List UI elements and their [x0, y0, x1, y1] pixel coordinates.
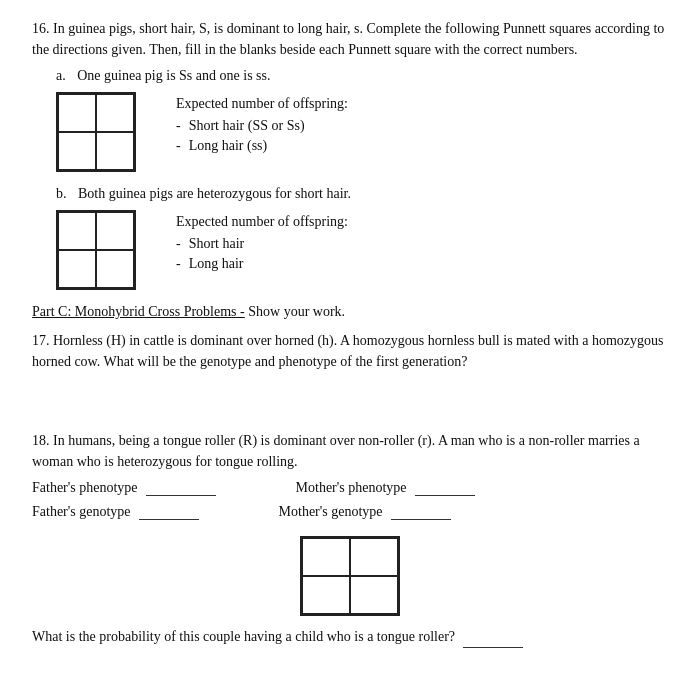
part-a-label: a.: [56, 68, 66, 83]
part-c-header: Part C: Monohybrid Cross Problems - Show…: [32, 304, 668, 320]
short-hair-label-b: Short hair: [189, 236, 245, 252]
fathers-genotype-label: Father's genotype: [32, 504, 131, 520]
q16-part-a: a. One guinea pig is Ss and one is ss. E…: [56, 68, 668, 172]
q17-text: 17. Hornless (H) in cattle is dominant o…: [32, 330, 668, 372]
probability-line: What is the probability of this couple h…: [32, 626, 668, 648]
q18-number: 18.: [32, 433, 50, 448]
cell-18-3: [302, 576, 350, 614]
dash-b1: -: [176, 236, 181, 252]
cell-a1: [58, 94, 96, 132]
long-hair-line-b: - Long hair: [176, 256, 348, 272]
part-a-text: One guinea pig is Ss and one is ss.: [77, 68, 270, 83]
mothers-genotype-label: Mother's genotype: [279, 504, 383, 520]
cell-b1: [58, 212, 96, 250]
long-hair-line-a: - Long hair (ss): [176, 138, 348, 154]
cell-a2: [96, 94, 134, 132]
part-c-underline: Part C: Monohybrid Cross Problems -: [32, 304, 245, 319]
q17-number: 17.: [32, 333, 50, 348]
cell-a4: [96, 132, 134, 170]
part-b-label: b.: [56, 186, 67, 201]
fathers-phenotype-label: Father's phenotype: [32, 480, 138, 496]
short-hair-line-b: - Short hair: [176, 236, 348, 252]
cell-b4: [96, 250, 134, 288]
punnett-row-b: Expected number of offspring: - Short ha…: [56, 210, 668, 290]
offspring-info-b: Expected number of offspring: - Short ha…: [176, 210, 348, 276]
probability-blank: [463, 647, 523, 648]
question-17: 17. Hornless (H) in cattle is dominant o…: [32, 330, 668, 416]
fathers-genotype-blank: [139, 519, 199, 520]
mothers-genotype-group: Mother's genotype: [279, 504, 451, 520]
punnett-square-b: [56, 210, 136, 290]
q17-body: Hornless (H) in cattle is dominant over …: [32, 333, 663, 369]
part-b-text: Both guinea pigs are heterozygous for sh…: [78, 186, 351, 201]
punnett-square-a: [56, 92, 136, 172]
cell-a3: [58, 132, 96, 170]
offspring-title-b: Expected number of offspring:: [176, 214, 348, 230]
offspring-info-a: Expected number of offspring: - Short ha…: [176, 92, 348, 158]
cell-18-4: [350, 576, 398, 614]
mothers-phenotype-blank: [415, 495, 475, 496]
punnett-center-18: [32, 536, 668, 616]
offspring-title-a: Expected number of offspring:: [176, 96, 348, 112]
cell-18-1: [302, 538, 350, 576]
q17-answer-space: [32, 380, 668, 416]
question-18: 18. In humans, being a tongue roller (R)…: [32, 430, 668, 648]
cell-b2: [96, 212, 134, 250]
short-hair-label-a: Short hair (SS or Ss): [189, 118, 305, 134]
q18-body: In humans, being a tongue roller (R) is …: [32, 433, 640, 469]
part-c-show-work: Show your work.: [248, 304, 345, 319]
q18-text: 18. In humans, being a tongue roller (R)…: [32, 430, 668, 472]
mothers-phenotype-group: Mother's phenotype: [296, 480, 475, 496]
dash-b2: -: [176, 256, 181, 272]
fathers-phenotype-blank: [146, 495, 216, 496]
probability-text: What is the probability of this couple h…: [32, 629, 455, 644]
cell-18-2: [350, 538, 398, 576]
dash-a2: -: [176, 138, 181, 154]
long-hair-label-b: Long hair: [189, 256, 244, 272]
punnett-square-18: [300, 536, 400, 616]
mothers-genotype-blank: [391, 519, 451, 520]
fathers-phenotype-group: Father's phenotype: [32, 480, 216, 496]
question-16: 16. In guinea pigs, short hair, S, is do…: [32, 18, 668, 290]
long-hair-label-a: Long hair (ss): [189, 138, 268, 154]
q16-text: 16. In guinea pigs, short hair, S, is do…: [32, 18, 668, 60]
mothers-phenotype-label: Mother's phenotype: [296, 480, 407, 496]
genotype-row: Father's genotype Mother's genotype: [32, 504, 668, 520]
phenotype-row: Father's phenotype Mother's phenotype: [32, 480, 668, 496]
short-hair-line-a: - Short hair (SS or Ss): [176, 118, 348, 134]
dash-a1: -: [176, 118, 181, 134]
cell-b3: [58, 250, 96, 288]
punnett-row-a: Expected number of offspring: - Short ha…: [56, 92, 668, 172]
fathers-genotype-group: Father's genotype: [32, 504, 199, 520]
q16-part-b: b. Both guinea pigs are heterozygous for…: [56, 186, 668, 290]
